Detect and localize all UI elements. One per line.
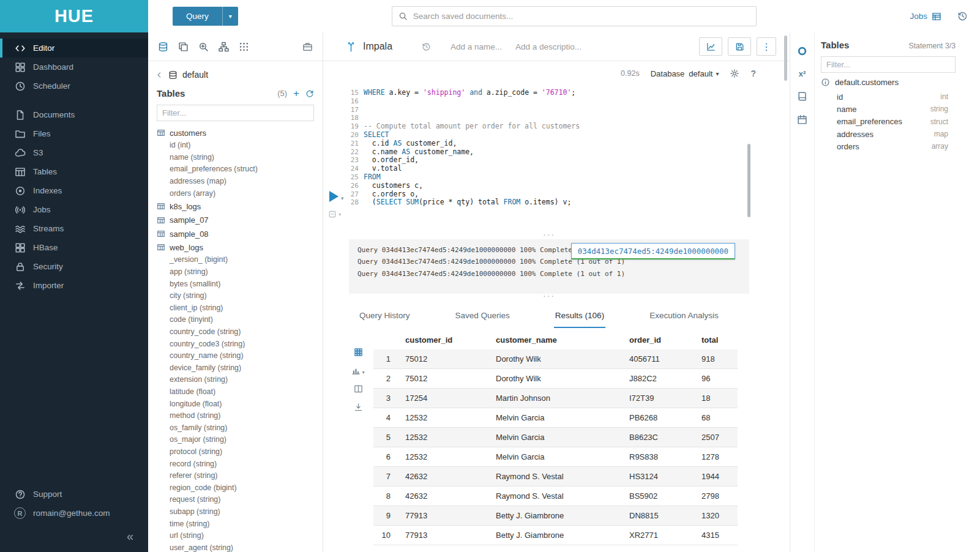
assist-column[interactable]: code (tinyint) (157, 314, 323, 326)
assist-column[interactable]: longitude (float) (157, 398, 323, 411)
assist-column[interactable]: os_family (string) (157, 422, 323, 435)
table-row[interactable]: 512532Melvin GarciaB8623C2507 (373, 428, 738, 447)
assist-column[interactable]: record (string) (157, 458, 323, 471)
assist-tab-apps-icon[interactable] (239, 42, 249, 52)
assist-column[interactable]: time (string) (157, 518, 323, 531)
assist-table-k8s-logs[interactable]: k8s_logs (157, 200, 323, 213)
sidebar-item-documents[interactable]: Documents (0, 105, 148, 124)
columns-view-icon[interactable] (354, 384, 363, 393)
table-row[interactable]: 842632Raymond S. VestalBS59022798 (373, 487, 738, 506)
more-actions-button[interactable]: ⋮ (757, 37, 776, 56)
language-reference-icon[interactable] (797, 91, 807, 102)
global-search[interactable] (392, 6, 757, 26)
column-header[interactable]: total (697, 333, 738, 349)
right-filter-input[interactable] (821, 56, 956, 73)
engine-name[interactable]: Impala (363, 41, 392, 52)
assist-column[interactable]: region_code (bigint) (157, 482, 323, 494)
assist-column[interactable]: client_ip (string) (157, 302, 323, 315)
sidebar-user[interactable]: Rromain@gethue.com (0, 504, 148, 523)
tab-query-history[interactable]: Query History (358, 306, 411, 328)
assist-tab-hdfs-icon[interactable] (219, 42, 229, 52)
active-table[interactable]: default.customers (821, 78, 956, 87)
sql-code-editor[interactable]: WHERE a.key = 'shipping' and a.zip_code … (364, 89, 790, 233)
assist-column[interactable]: id (int) (157, 140, 323, 152)
sidebar-item-editor[interactable]: Editor (0, 39, 148, 58)
query-history-icon[interactable] (422, 42, 431, 51)
tab-saved-queries[interactable]: Saved Queries (454, 306, 511, 328)
assist-column[interactable]: extension (string) (157, 374, 323, 386)
database-selector[interactable]: default ▾ (689, 69, 719, 78)
sidebar-collapse-button[interactable]: « (0, 523, 148, 552)
resize-grip[interactable]: ··· (349, 233, 749, 239)
sidebar-item-hbase[interactable]: HBase (0, 238, 148, 257)
assist-column[interactable]: subapp (string) (157, 506, 323, 518)
editor-assistant-icon[interactable] (797, 46, 807, 56)
refresh-icon[interactable] (305, 89, 314, 98)
assist-tab-sql-icon[interactable] (158, 42, 168, 52)
assist-column[interactable]: name (string) (157, 152, 323, 164)
grid-view-icon[interactable] (354, 348, 363, 357)
chart-view-button[interactable]: ▾ (351, 366, 364, 375)
schedule-icon[interactable] (797, 114, 807, 125)
download-icon[interactable] (354, 403, 363, 412)
sidebar-item-s3[interactable]: S3 (0, 143, 148, 162)
column-row-addresses[interactable]: addressesmap (821, 128, 956, 140)
query-name-input[interactable] (451, 42, 512, 51)
assist-column[interactable]: addresses (map) (157, 176, 323, 188)
assist-column[interactable]: bytes (smallint) (157, 278, 323, 291)
assist-tab-search-icon[interactable] (198, 42, 209, 52)
database-name[interactable]: default (182, 70, 208, 80)
assist-column[interactable]: referer (string) (157, 470, 323, 482)
assist-column[interactable]: device_family (string) (157, 362, 323, 375)
assist-table-sample-08[interactable]: sample_08 (157, 227, 323, 241)
column-row-email-preferences[interactable]: email_preferencesstruct (821, 116, 956, 128)
history-icon[interactable] (957, 11, 968, 21)
sidebar-item-tables[interactable]: Tables (0, 162, 148, 181)
table-row[interactable]: 412532Melvin GarciaPB626868 (373, 408, 738, 428)
sidebar-item-streams[interactable]: Streams (0, 219, 148, 238)
jobs-link[interactable]: Jobs (910, 12, 941, 21)
assist-column[interactable]: method (string) (157, 410, 323, 422)
assist-table-sample-07[interactable]: sample_07 (157, 214, 323, 227)
assist-column[interactable]: url (string) (157, 530, 323, 542)
execute-button[interactable] (329, 191, 339, 202)
chart-button[interactable] (699, 37, 722, 56)
resize-grip[interactable]: ··· (349, 294, 749, 300)
assist-column[interactable]: city (string) (157, 290, 323, 302)
save-button[interactable] (728, 37, 751, 56)
job-id-popover[interactable]: 034d413ec7474ed5:4249de1000000000 (571, 243, 735, 259)
execute-options-caret[interactable]: ▾ (341, 195, 344, 201)
table-row[interactable]: 977913Betty J. GiambroneDN88151320 (373, 506, 738, 526)
sidebar-item-scheduler[interactable]: Scheduler (0, 76, 148, 95)
assist-column[interactable]: orders (array) (157, 188, 323, 200)
table-row[interactable]: 317254Martin JohnsonI72T3918 (373, 389, 738, 408)
sidebar-item-security[interactable]: Security (0, 257, 148, 276)
sidebar-item-files[interactable]: Files (0, 124, 148, 143)
column-header[interactable]: order_id (624, 333, 697, 349)
assist-tab-collections-icon[interactable] (302, 42, 313, 52)
sidebar-item-support[interactable]: Support (0, 485, 148, 504)
query-dropdown-button[interactable]: ▾ (222, 7, 238, 26)
assist-column[interactable]: country_code (string) (157, 326, 323, 338)
editor-scrollbar[interactable] (747, 144, 750, 217)
assist-column[interactable]: country_name (string) (157, 350, 323, 362)
help-icon[interactable]: ? (750, 69, 756, 78)
statement-options-button[interactable]: ▾ (328, 210, 341, 218)
sidebar-item-dashboard[interactable]: Dashboard (0, 58, 148, 76)
assist-column[interactable]: country_code3 (string) (157, 338, 323, 351)
assist-column[interactable]: _version_ (bigint) (157, 254, 323, 266)
column-header[interactable]: customer_id (400, 333, 491, 349)
query-description-input[interactable] (515, 42, 584, 51)
table-row[interactable]: 175012Dorothy Wilk4056711918 (373, 349, 738, 369)
column-row-id[interactable]: idint (821, 91, 956, 103)
hue-logo[interactable]: HUE (0, 0, 148, 32)
query-button[interactable]: Query (173, 7, 222, 26)
column-row-name[interactable]: namestring (821, 103, 956, 115)
tab-results-106[interactable]: Results (106) (554, 306, 605, 328)
table-row[interactable]: 612532Melvin GarciaR9S8381278 (373, 447, 738, 467)
assist-table-web-logs[interactable]: web_logs (157, 241, 323, 254)
sidebar-item-jobs[interactable]: Jobs (0, 200, 148, 219)
assist-filter-input[interactable] (157, 105, 314, 121)
search-input[interactable] (413, 12, 750, 21)
assist-column[interactable]: os_major (string) (157, 434, 323, 446)
